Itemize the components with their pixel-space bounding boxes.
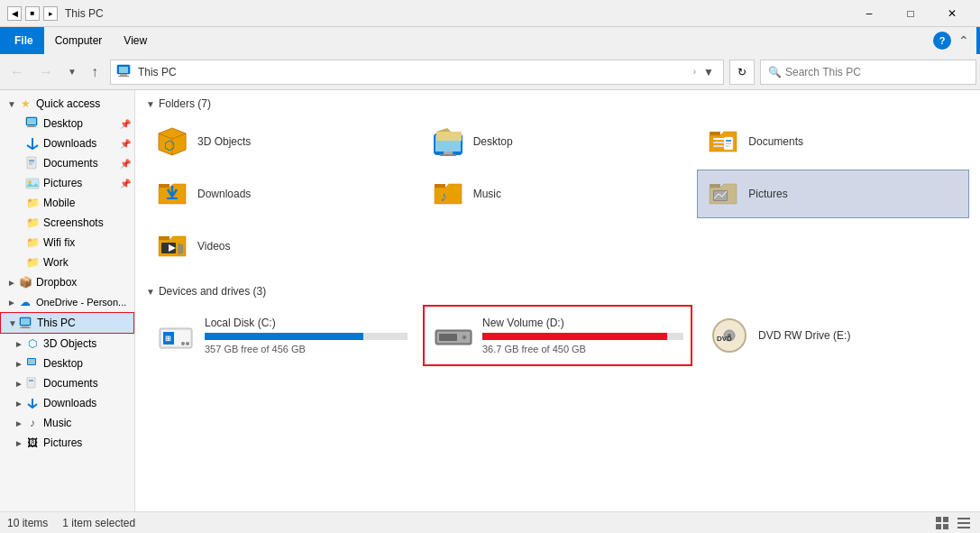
sidebar-item-downloads[interactable]: Downloads 📌 (0, 133, 134, 153)
music-label: Music (43, 417, 71, 429)
desktop2-chevron: ► (14, 359, 25, 369)
folder-pictures[interactable]: Pictures (697, 170, 969, 218)
refresh-button[interactable]: ↻ (729, 60, 755, 85)
quick-access-icon3[interactable]: ▸ (43, 6, 58, 21)
folder-pictures-icon (705, 176, 741, 212)
up-button[interactable]: ↑ (85, 59, 105, 86)
help-button[interactable]: ? (933, 32, 951, 50)
sidebar-item-screenshots[interactable]: 📁 Screenshots (0, 213, 134, 233)
sidebar-item-mobile[interactable]: 📁 Mobile (0, 193, 134, 213)
sidebar-item-onedrive[interactable]: ► ☁ OneDrive - Person... (0, 292, 134, 312)
pictures2-chevron: ► (14, 438, 25, 448)
close-button[interactable]: ✕ (931, 0, 973, 27)
3dobjects-label: 3D Objects (43, 337, 96, 350)
dropbox-icon: 📦 (18, 275, 32, 289)
view-details-button[interactable] (955, 514, 973, 532)
svg-rect-67 (957, 522, 970, 524)
status-right (933, 514, 973, 532)
drive-d-bar-wrap (482, 333, 683, 340)
svg-rect-17 (22, 326, 29, 327)
sidebar-item-work[interactable]: 📁 Work (0, 253, 134, 272)
downloads-pin-icon: 📌 (120, 139, 131, 149)
drive-d-icon (432, 314, 475, 357)
drive-c[interactable]: ⊞ Local Disk (C:) 357 GB free of 456 GB (146, 305, 416, 366)
wififix-label: Wifi fix (43, 236, 75, 249)
expand-ribbon-button[interactable]: ⌃ (955, 32, 973, 50)
folder-3dobjects[interactable]: ⬡ 3D Objects (146, 117, 418, 166)
status-bar: 10 items 1 item selected (0, 511, 980, 533)
thispc-label: This PC (37, 317, 76, 329)
dropbox-label: Dropbox (36, 276, 77, 289)
pictures-icon (25, 176, 40, 190)
content-area: ▼ Folders (7) ⬡ 3D Objects (135, 90, 980, 511)
drive-d-bar (482, 333, 667, 340)
svg-point-52 (186, 342, 189, 345)
folder-3dobjects-name: 3D Objects (197, 135, 251, 148)
work-icon: 📁 (25, 255, 40, 270)
music-icon: ♪ (25, 416, 40, 430)
folder-downloads-icon (154, 176, 190, 212)
drive-c-info: Local Disk (C:) 357 GB free of 456 GB (205, 317, 408, 354)
svg-point-51 (181, 342, 185, 345)
sidebar-item-pictures2[interactable]: ► 🖼 Pictures (0, 433, 134, 453)
quick-access-icon1[interactable]: ◀ (7, 6, 22, 21)
pictures-pin-icon: 📌 (120, 179, 131, 188)
folders-title: Folders (7) (159, 97, 211, 110)
svg-text:⬡: ⬡ (164, 138, 175, 152)
address-bar[interactable]: This PC › ▼ (110, 60, 724, 85)
sidebar-item-downloads2[interactable]: ► Downloads (0, 393, 134, 413)
drives-section-header[interactable]: ▼ Devices and drives (3) (146, 285, 969, 298)
svg-rect-65 (943, 524, 948, 529)
documents2-chevron: ► (14, 379, 25, 389)
forward-button[interactable]: → (32, 59, 60, 86)
title-text: This PC (65, 7, 848, 20)
svg-rect-16 (21, 318, 30, 325)
desktop-label: Desktop (43, 117, 83, 130)
mobile-icon: 📁 (25, 196, 40, 210)
minimize-button[interactable]: – (848, 0, 890, 27)
menu-view[interactable]: View (113, 31, 158, 51)
sidebar-item-pictures[interactable]: Pictures 📌 (0, 173, 134, 193)
folder-videos[interactable]: Videos (146, 222, 418, 271)
search-box[interactable]: 🔍 (760, 60, 976, 85)
sidebar-item-desktop2[interactable]: ► Desktop (0, 354, 134, 373)
back-button[interactable]: ← (4, 59, 31, 86)
sidebar-item-dropbox[interactable]: ► 📦 Dropbox (0, 272, 134, 292)
svg-rect-2 (120, 74, 127, 76)
search-input[interactable] (785, 66, 968, 78)
sidebar-item-documents2[interactable]: ► Documents (0, 373, 134, 393)
drive-d[interactable]: New Volume (D:) 36.7 GB free of 450 GB (423, 305, 692, 366)
3dobjects-icon: ⬡ (25, 336, 40, 351)
drive-e[interactable]: DVD DVD RW Drive (E:) (700, 305, 969, 366)
folder-documents[interactable]: Documents (697, 117, 969, 166)
folder-desktop[interactable]: Desktop (422, 117, 694, 166)
quick-access-icon2[interactable]: ■ (25, 6, 40, 21)
menu-bar: File Computer View ? ⌃ (0, 27, 980, 54)
pictures2-label: Pictures (43, 437, 82, 449)
menu-computer[interactable]: Computer (44, 31, 114, 51)
view-tiles-button[interactable] (933, 514, 951, 532)
sidebar-item-wififix[interactable]: 📁 Wifi fix (0, 233, 134, 253)
sidebar-item-3dobjects[interactable]: ► ⬡ 3D Objects (0, 334, 134, 354)
sidebar-item-desktop[interactable]: Desktop 📌 (0, 114, 134, 133)
sidebar-item-music[interactable]: ► ♪ Music (0, 413, 134, 433)
sidebar-item-thispc[interactable]: ▼ This PC (0, 312, 134, 334)
thispc-address-icon (116, 63, 134, 81)
folder-documents-icon (705, 124, 741, 160)
screenshots-icon: 📁 (25, 216, 40, 230)
selected-count: 1 item selected (62, 517, 135, 529)
downloads2-icon (25, 396, 40, 410)
folder-pictures-name: Pictures (748, 188, 787, 200)
folder-downloads[interactable]: Downloads (146, 170, 418, 218)
pictures2-icon: 🖼 (25, 436, 40, 450)
folders-section-header[interactable]: ▼ Folders (7) (146, 97, 969, 110)
folder-music[interactable]: ♪ Music (422, 170, 694, 218)
onedrive-label: OneDrive - Person... (36, 297, 126, 308)
sidebar-item-quickaccess[interactable]: ▼ ★ Quick access (0, 94, 134, 114)
address-dropdown[interactable]: ▼ (700, 66, 718, 78)
recent-locations-button[interactable]: ▼ (61, 59, 83, 86)
sidebar-item-documents[interactable]: Documents 📌 (0, 153, 134, 173)
maximize-button[interactable]: □ (890, 0, 931, 27)
svg-rect-6 (29, 125, 34, 126)
menu-file[interactable]: File (4, 31, 44, 51)
